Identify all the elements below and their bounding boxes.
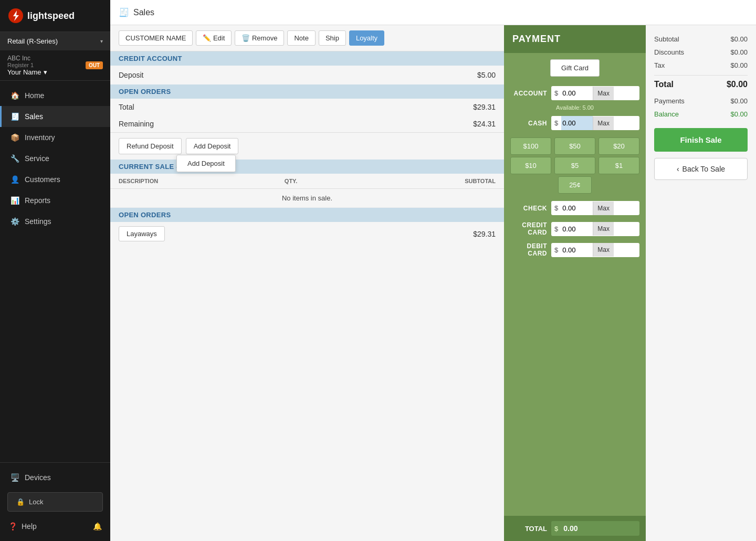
sidebar-item-customers[interactable]: 👤 Customers: [0, 169, 110, 190]
check-input-wrap: $ Max: [551, 201, 639, 215]
loyalty-button[interactable]: Loyalty: [349, 30, 384, 46]
cash-10-button[interactable]: $10: [510, 157, 551, 174]
sidebar-item-service[interactable]: 🔧 Service: [0, 148, 110, 169]
deposit-action-row: Refund Deposit Add Deposit Add Deposit: [110, 133, 504, 160]
payments-label: Payments: [654, 97, 685, 105]
subtotal-row: Subtotal $0.00: [654, 34, 748, 45]
sidebar-item-sales[interactable]: 🧾 Sales: [0, 106, 110, 127]
sidebar-item-inventory[interactable]: 📦 Inventory: [0, 127, 110, 148]
open-orders-header: OPEN ORDERS: [110, 84, 504, 99]
debit-card-row: DEBIT CARD $ Max: [504, 239, 646, 260]
user-row: ABC Inc Register 1 Your Name ▾ OUT: [0, 50, 110, 81]
cash-25-cents-row: 25¢: [504, 176, 646, 198]
cash-20-button[interactable]: $20: [598, 137, 639, 155]
remaining-label: Remaining: [119, 120, 154, 128]
back-to-sale-button[interactable]: ‹ Back To Sale: [654, 158, 748, 180]
open-orders-total-value: $29.31: [473, 103, 496, 111]
sidebar-item-home[interactable]: 🏠 Home: [0, 85, 110, 106]
reports-icon: 📊: [10, 196, 19, 205]
lock-button[interactable]: 🔒 Lock: [7, 492, 103, 512]
lightspeed-logo-icon: [8, 8, 23, 23]
add-deposit-item[interactable]: Add Deposit: [177, 155, 235, 172]
balance-row: Balance $0.00: [654, 109, 748, 120]
sidebar-item-devices-label: Devices: [25, 473, 51, 482]
subtotal-value: $0.00: [730, 35, 748, 43]
sidebar-item-settings[interactable]: ⚙️ Settings: [0, 211, 110, 232]
credit-card-row: CREDIT CARD $ Max: [504, 218, 646, 239]
discounts-label: Discounts: [654, 48, 684, 56]
table-row-empty: No items in sale.: [110, 189, 504, 208]
remove-button[interactable]: 🗑️ Remove: [235, 30, 284, 46]
customer-name-button[interactable]: CUSTOMER NAME: [119, 30, 193, 46]
col-qty: QTY.: [276, 174, 363, 189]
cash-1-button[interactable]: $1: [598, 157, 639, 174]
check-max-button[interactable]: Max: [593, 201, 614, 215]
cash-50-button[interactable]: $50: [554, 137, 595, 155]
open-orders-total-row: Total $29.31: [110, 99, 504, 115]
payment-header: PAYMENT: [504, 25, 646, 53]
empty-message: No items in sale.: [110, 189, 504, 208]
bell-icon[interactable]: 🔔: [93, 522, 102, 531]
cash-quick-buttons: $100 $50 $20: [504, 133, 646, 157]
account-max-button[interactable]: Max: [593, 87, 614, 100]
finish-sale-button[interactable]: Finish Sale: [654, 128, 748, 152]
help-label: Help: [22, 522, 37, 531]
account-input[interactable]: [561, 86, 593, 100]
out-badge: OUT: [86, 61, 103, 69]
sidebar-item-devices[interactable]: 🖥️ Devices: [0, 467, 110, 488]
deposit-label: Deposit: [119, 71, 143, 79]
remaining-value: $24.31: [473, 120, 496, 128]
total-value-big: $0.00: [727, 80, 748, 89]
page-title: Sales: [133, 8, 154, 17]
help-row[interactable]: ❓ Help 🔔: [0, 516, 110, 537]
payment-panel: PAYMENT Gift Card ACCOUNT $ Max Availabl…: [504, 25, 646, 541]
sidebar-item-reports[interactable]: 📊 Reports: [0, 190, 110, 211]
open-orders-total-label: Total: [119, 103, 134, 111]
store-selector[interactable]: Retail (R-Series) ▾: [0, 32, 110, 50]
logo: lightspeed: [0, 0, 110, 32]
col-subtotal: SUBTOTAL: [363, 174, 504, 189]
lock-label: Lock: [29, 498, 43, 506]
ship-button[interactable]: Ship: [319, 30, 346, 46]
layaways-button[interactable]: Layaways: [119, 226, 165, 241]
cash-input-wrap: $ Max: [551, 116, 639, 130]
home-icon: 🏠: [10, 91, 19, 100]
cash-input[interactable]: [561, 116, 593, 130]
note-button[interactable]: Note: [287, 30, 315, 46]
add-deposit-dropdown: Add Deposit: [176, 155, 236, 172]
cash-5-button[interactable]: $5: [554, 157, 595, 174]
debit-card-max-button[interactable]: Max: [593, 243, 614, 257]
credit-card-input[interactable]: [561, 222, 593, 236]
content-area: CUSTOMER NAME ✏️ Edit 🗑️ Remove Note Shi…: [110, 25, 756, 541]
refund-deposit-button[interactable]: Refund Deposit: [119, 138, 182, 154]
tax-label: Tax: [654, 61, 665, 69]
check-input[interactable]: [561, 201, 593, 215]
devices-icon: 🖥️: [10, 473, 19, 482]
store-arrow-icon: ▾: [100, 38, 103, 44]
subtotal-label: Subtotal: [654, 35, 679, 43]
back-arrow-icon: ‹: [677, 165, 679, 173]
logo-text: lightspeed: [27, 10, 75, 22]
payment-total-row: TOTAL $ 0.00: [504, 516, 646, 541]
gift-card-button[interactable]: Gift Card: [550, 59, 600, 77]
cash-label: CASH: [510, 120, 547, 127]
cash-25-cents-button[interactable]: 25¢: [558, 176, 592, 194]
check-label: CHECK: [510, 205, 547, 212]
add-deposit-button[interactable]: Add Deposit: [186, 138, 239, 154]
discounts-value: $0.00: [730, 48, 748, 56]
credit-card-label: CREDIT CARD: [510, 221, 547, 236]
cash-max-button[interactable]: Max: [593, 116, 614, 130]
debit-card-input[interactable]: [561, 243, 593, 257]
sale-panel: CUSTOMER NAME ✏️ Edit 🗑️ Remove Note Shi…: [110, 25, 504, 541]
debit-card-input-wrap: $ Max: [551, 243, 639, 257]
credit-card-max-button[interactable]: Max: [593, 222, 614, 236]
edit-button[interactable]: ✏️ Edit: [196, 30, 232, 46]
sidebar-item-reports-label: Reports: [25, 196, 50, 205]
sales-icon: 🧾: [10, 112, 19, 121]
user-name-btn[interactable]: Your Name ▾: [7, 68, 47, 76]
tax-row: Tax $0.00: [654, 60, 748, 71]
account-row: ACCOUNT $ Max: [504, 83, 646, 103]
edit-icon: ✏️: [203, 34, 211, 42]
cash-100-button[interactable]: $100: [510, 137, 551, 155]
sidebar-bottom: 🖥️ Devices 🔒 Lock ❓ Help 🔔: [0, 462, 110, 541]
